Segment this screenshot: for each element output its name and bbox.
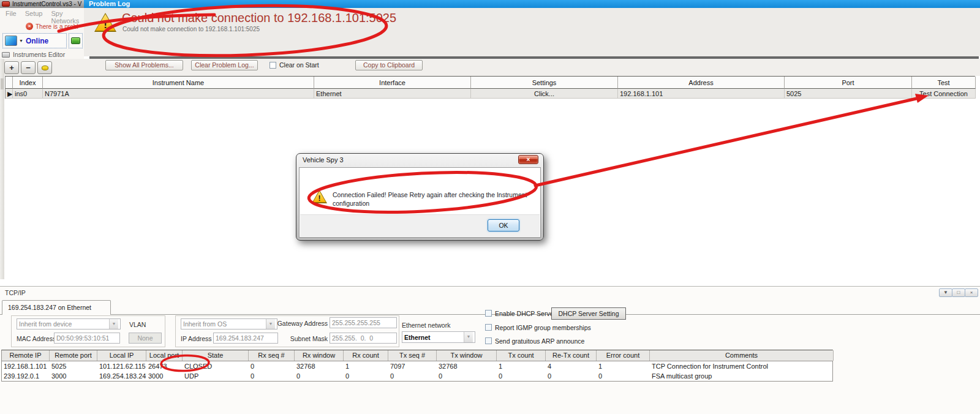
enable-dhcp-checkbox[interactable] (485, 310, 492, 317)
tab-ethernet-adapter[interactable]: 169.254.183.247 on Ethernet (2, 300, 111, 315)
cell: 1 (344, 361, 388, 371)
column-header[interactable]: Tx count (497, 350, 546, 361)
problem-indicator[interactable]: × There is a probl (26, 23, 87, 30)
database-button[interactable] (37, 61, 52, 74)
cell: 5025 (50, 361, 97, 371)
column-header[interactable]: Rx window (295, 350, 344, 361)
instruments-editor-item[interactable]: Instruments Editor (2, 51, 65, 58)
column-header[interactable]: Address (618, 77, 785, 89)
warning-icon: ! (312, 190, 327, 203)
column-header[interactable]: Index (13, 77, 43, 89)
column-header[interactable]: Tx seq # (388, 350, 437, 361)
column-header[interactable]: Settings (471, 77, 618, 89)
ethernet-network-dropdown[interactable]: Ethernet ▼ (402, 331, 475, 343)
cell: CLOSED (183, 361, 249, 371)
online-label: Online (26, 37, 48, 45)
problem-detail[interactable]: Could not make connection to 192.168.1.1… (123, 26, 260, 32)
column-header[interactable]: Tx window (437, 350, 497, 361)
table-header-row: Remote IPRemote portLocal IPLocal portSt… (2, 350, 832, 361)
dialog-footer: OK (300, 214, 540, 236)
panel-dropdown-button[interactable]: ▼ (939, 288, 952, 297)
copy-to-clipboard-button[interactable]: Copy to Clipboard (355, 60, 423, 70)
problem-log-titlebar: Problem Log (84, 0, 980, 8)
online-mode-icon[interactable] (5, 36, 17, 46)
cell[interactable]: N7971A (43, 89, 314, 99)
cell: 0 (249, 371, 295, 381)
dock-gutter-handle[interactable] (1, 78, 4, 89)
column-header[interactable]: Remote IP (2, 350, 50, 361)
cell: 3000 (50, 371, 97, 381)
panel-restore-button[interactable]: □ (952, 288, 965, 297)
report-igmp-checkbox[interactable] (485, 324, 492, 331)
column-header[interactable]: State (183, 350, 249, 361)
ok-button[interactable]: OK (488, 219, 519, 231)
cell: 1 (597, 361, 650, 371)
chevron-down-icon[interactable]: ▼ (109, 319, 118, 329)
mac-address-field[interactable] (54, 333, 120, 344)
remove-instrument-button[interactable]: − (21, 61, 36, 74)
cell[interactable]: Ethernet (314, 89, 471, 99)
menu-spy-networks[interactable]: Spy Networks (51, 10, 84, 20)
column-header[interactable]: Local IP (97, 350, 146, 361)
send-arp-checkbox[interactable] (485, 337, 492, 344)
ip-address-field[interactable] (213, 333, 278, 344)
column-header[interactable]: Remote port (50, 350, 97, 361)
add-instrument-button[interactable]: + (4, 61, 19, 74)
column-header[interactable]: Rx seq # (249, 350, 295, 361)
send-arp-label: Send gratuitous ARP announce (495, 337, 584, 345)
cell: 0 (497, 371, 546, 381)
annotation-arrow-line (535, 99, 916, 186)
device-icon (2, 52, 10, 58)
network-adapter-icon (71, 37, 80, 44)
online-mode-selector[interactable]: ▼ Online (2, 33, 67, 48)
column-header[interactable]: Test (912, 77, 976, 89)
vlan-field[interactable] (129, 333, 162, 344)
warning-icon: ! (94, 13, 116, 32)
message-dialog: Vehicle Spy 3 × ! Connection Failed! Ple… (296, 153, 544, 241)
column-header[interactable]: Comments (650, 350, 834, 361)
dialog-message: Connection Failed! Please Retry again af… (333, 190, 535, 208)
cell[interactable]: 5025 (785, 89, 912, 99)
gateway-address-field[interactable] (330, 317, 397, 328)
dhcp-server-setting-button[interactable]: DHCP Server Setting (551, 307, 626, 320)
toolbar: + − Show All Problems... Clear Problem L… (0, 59, 980, 76)
table-header-row: IndexInstrument NameInterfaceSettingsAdd… (6, 77, 974, 89)
cell: 169.254.183.247 (97, 371, 146, 381)
subnet-mask-field[interactable] (330, 333, 397, 344)
window-title: InstrumentControl.vs3 - V (12, 1, 81, 7)
column-header[interactable]: Local port (146, 350, 183, 361)
menu-file[interactable]: File (6, 10, 17, 20)
clear-problem-log-button[interactable]: Clear Problem Log... (191, 60, 258, 70)
cell: 0 (295, 371, 344, 381)
column-header[interactable]: Instrument Name (43, 77, 314, 89)
cell[interactable]: 192.168.1.101 (618, 89, 785, 99)
dialog-close-button[interactable]: × (518, 155, 538, 164)
column-header[interactable]: Port (785, 77, 912, 89)
go-online-button[interactable] (69, 33, 83, 48)
sidebar: File Setup Spy Networks × There is a pro… (0, 8, 84, 59)
inherit-from-os-dropdown[interactable]: Inherit from OS ▼ (181, 318, 277, 329)
chevron-down-icon[interactable]: ▼ (19, 39, 23, 43)
ip-address-label: IP Address (181, 335, 212, 342)
cell[interactable]: Click... (471, 89, 618, 99)
cell: 0 (437, 371, 497, 381)
cell: 101.121.62.115 (97, 361, 146, 371)
column-header[interactable]: Interface (314, 77, 471, 89)
column-header[interactable]: Rx count (344, 350, 388, 361)
column-header[interactable]: Error count (597, 350, 650, 361)
ethernet-network-label: Ethernet network (402, 322, 450, 329)
column-header[interactable]: Re-Tx count (546, 350, 597, 361)
chevron-down-icon[interactable]: ▼ (464, 332, 473, 342)
inherit-from-device-dropdown[interactable]: Inherit from device ▼ (17, 318, 121, 329)
cell: 192.168.1.101 (2, 361, 50, 371)
cell: 0 (344, 371, 388, 381)
connections-table: Remote IPRemote portLocal IPLocal portSt… (1, 350, 833, 382)
menu-setup[interactable]: Setup (25, 10, 43, 20)
cell[interactable]: ins0 (13, 89, 43, 99)
panel-close-button[interactable]: × (965, 288, 978, 297)
dialog-body: ! Connection Failed! Please Retry again … (299, 167, 541, 238)
show-all-problems-button[interactable]: Show All Problems... (105, 60, 183, 70)
cell[interactable]: Test Connection (912, 89, 976, 99)
clear-on-start-checkbox[interactable] (270, 62, 276, 69)
application-window: InstrumentControl.vs3 - V Problem Log Fi… (0, 0, 980, 414)
